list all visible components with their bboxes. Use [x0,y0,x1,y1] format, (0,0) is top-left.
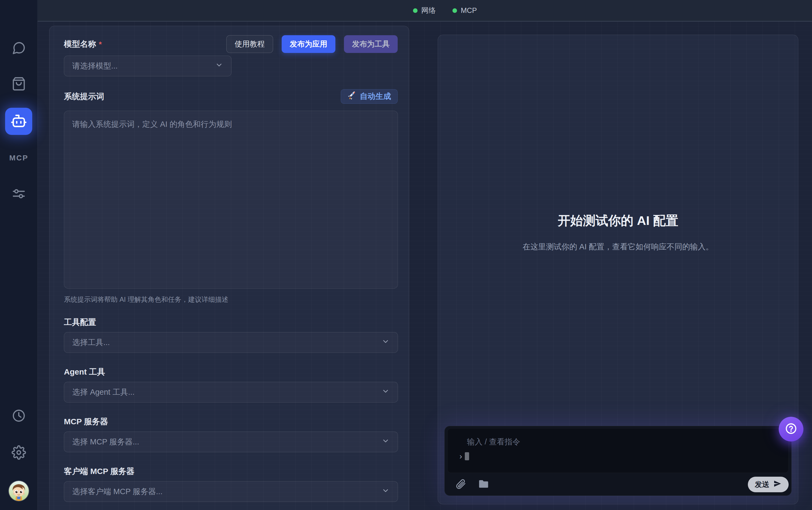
model-name-label: 模型名称* [64,39,102,50]
tools-config-label: 工具配置 [64,317,96,328]
question-mark-icon [785,422,797,436]
autogenerate-label: 自动生成 [360,91,391,102]
mcp-status-dot [452,8,457,13]
test-empty-state: 开始测试你的 AI 配置 在这里测试你的 AI 配置，查看它如何响应不同的输入。 [438,212,798,252]
send-button-label: 发送 [755,480,769,489]
chat-bubble-icon [11,41,26,56]
send-button[interactable]: 发送 [748,477,789,492]
tools-select[interactable]: 选择工具... [64,332,398,353]
paperclip-icon [455,486,466,490]
client-mcp-server-select-placeholder: 选择客户端 MCP 服务器... [72,486,162,497]
model-select-placeholder: 请选择模型... [72,61,118,72]
header-buttons: 使用教程 发布为应用 发布为工具 [227,35,398,53]
sidebar-mcp-label: MCP [0,154,38,162]
system-prompt-textarea[interactable] [64,111,398,289]
mcp-status-label: MCP [461,6,477,15]
mcp-server-select[interactable]: 选择 MCP 服务器... [64,431,398,452]
shopping-bag-icon [11,77,26,92]
sidebar-item-tuning[interactable] [11,187,26,202]
model-select[interactable]: 请选择模型... [64,56,232,76]
agent-tools-label: Agent 工具 [64,367,105,377]
workspace: 模型名称* 使用教程 发布为应用 发布为工具 请选择模型... 系统提示词 [38,22,812,510]
sidebar-item-history[interactable] [11,409,26,424]
gear-icon [11,445,26,461]
chevron-down-icon [215,61,223,71]
chevron-down-icon [382,437,390,447]
clock-icon [11,408,26,424]
sidebar-item-chat[interactable] [11,41,26,56]
system-prompt-header: 系统提示词 自动生成 [64,89,398,104]
sliders-icon [11,187,26,202]
status-network: 网络 [413,6,436,15]
test-panel: 开始测试你的 AI 配置 在这里测试你的 AI 配置，查看它如何响应不同的输入。… [438,35,798,504]
chat-toolbar [455,478,489,489]
chevron-down-icon [382,387,390,397]
status-mcp: MCP [452,6,477,15]
help-button[interactable] [779,417,804,442]
folder-icon [478,486,489,490]
tutorial-button[interactable]: 使用教程 [227,35,273,53]
chevron-down-icon [382,487,390,497]
client-mcp-server-select[interactable]: 选择客户端 MCP 服务器... [64,481,398,502]
config-form-panel: 模型名称* 使用教程 发布为应用 发布为工具 请选择模型... 系统提示词 [49,26,409,510]
chevron-down-icon [382,338,390,347]
form-header: 模型名称* 使用教程 发布为应用 发布为工具 [64,35,398,53]
system-prompt-helper: 系统提示词将帮助 AI 理解其角色和任务，建议详细描述 [64,295,229,304]
network-status-label: 网络 [421,6,436,15]
chat-input-container: › [444,426,791,496]
user-avatar[interactable] [9,481,29,501]
agent-tools-select[interactable]: 选择 Agent 工具... [64,382,398,402]
chat-input-box: › [447,428,789,473]
robot-icon [10,113,27,130]
sidebar-item-settings[interactable] [11,446,26,460]
network-status-dot [413,8,418,13]
attachment-button[interactable] [455,478,466,489]
test-panel-title: 开始测试你的 AI 配置 [438,212,798,229]
agent-tools-select-placeholder: 选择 Agent 工具... [72,387,134,398]
send-arrow-icon [773,479,782,490]
mcp-server-select-placeholder: 选择 MCP 服务器... [72,437,139,447]
avatar-image [9,481,29,501]
system-prompt-label: 系统提示词 [64,91,104,102]
file-browser-button[interactable] [478,478,489,489]
publish-app-button[interactable]: 发布为应用 [282,35,335,53]
chat-input[interactable] [448,429,788,473]
sidebar-item-bot-active[interactable] [5,108,32,135]
topbar: 网络 MCP [38,0,812,22]
mcp-server-label: MCP 服务器 [64,416,108,427]
client-mcp-server-label: 客户端 MCP 服务器 [64,466,134,477]
autogenerate-button[interactable]: 自动生成 [341,89,398,104]
publish-tool-button[interactable]: 发布为工具 [344,35,398,53]
test-panel-subtitle: 在这里测试你的 AI 配置，查看它如何响应不同的输入。 [438,242,798,252]
sidebar-item-store[interactable] [11,77,26,92]
tools-select-placeholder: 选择工具... [72,337,110,348]
sidebar: MCP [0,0,38,510]
required-asterisk: * [99,40,102,48]
rocket-icon [348,91,357,102]
